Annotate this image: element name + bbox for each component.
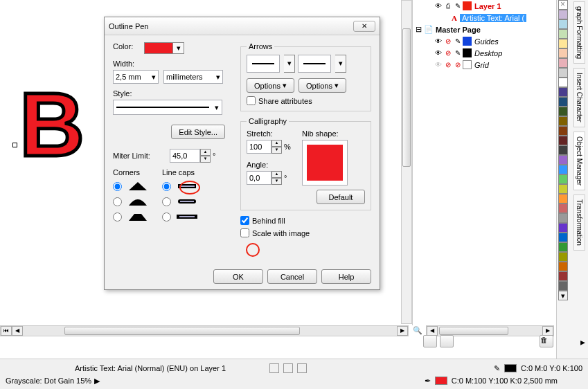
color-swatch[interactable] xyxy=(144,42,173,54)
arrow-end[interactable] xyxy=(298,55,331,73)
tab-graph-formatting[interactable]: graph Formatting xyxy=(573,1,585,64)
selection-handle[interactable] xyxy=(12,143,17,147)
new-master-button[interactable] xyxy=(440,335,454,347)
svg-marker-1 xyxy=(129,214,147,221)
width-label: Width: xyxy=(113,60,238,68)
eye-icon[interactable]: 👁 xyxy=(434,1,443,10)
share-attr-checkbox[interactable] xyxy=(247,96,256,105)
stretch-input[interactable]: ▲▼ xyxy=(247,140,282,154)
text-icon: A xyxy=(452,14,457,22)
noprint-icon[interactable]: ⊘ xyxy=(443,60,452,69)
arrow-start[interactable] xyxy=(247,55,280,73)
options-start-button[interactable]: Options ▾ xyxy=(247,78,294,93)
status-icon[interactable] xyxy=(283,363,293,373)
arrow-end-dd[interactable]: ▾ xyxy=(335,55,346,73)
help-button[interactable]: Help xyxy=(321,269,371,284)
outline-tool-icon[interactable]: ✒ xyxy=(425,377,431,386)
close-button[interactable]: ✕ xyxy=(353,21,375,32)
angle-input[interactable]: ▲▼ xyxy=(247,171,282,185)
miter-input[interactable]: ▲▼ xyxy=(170,149,211,163)
delete-button[interactable]: 🗑 xyxy=(540,335,553,347)
layer-color[interactable] xyxy=(463,60,472,69)
noprint-icon[interactable]: ⊘ xyxy=(443,37,452,46)
calligraphy-legend: Calligraphy xyxy=(247,117,289,125)
default-button[interactable]: Default xyxy=(317,190,365,204)
style-label: Style: xyxy=(113,89,238,98)
eye-icon[interactable]: 👁 xyxy=(434,37,443,46)
dialog-titlebar[interactable]: Outline Pen ✕ xyxy=(105,17,380,35)
edit-icon[interactable]: ✎ xyxy=(453,48,462,57)
outline-swatch[interactable] xyxy=(435,377,447,385)
width-input[interactable]: 2,5 mm▾ xyxy=(113,70,159,84)
outline-pen-dialog: Outline Pen ✕ Color: ▾ Width: 2,5 mm▾ mi… xyxy=(104,17,380,290)
guides-layer[interactable]: Guides xyxy=(474,37,499,46)
cap-ext-radio[interactable] xyxy=(162,212,171,221)
cap-round-radio[interactable] xyxy=(162,197,171,206)
corner-bevel-radio[interactable] xyxy=(113,212,122,221)
expand-icon[interactable]: ▶ xyxy=(94,377,100,386)
width-units[interactable]: millimeters▾ xyxy=(163,70,223,84)
layer-color[interactable] xyxy=(463,48,472,57)
edit-icon[interactable]: ✎ xyxy=(453,37,462,46)
fill-swatch[interactable] xyxy=(504,364,517,372)
tab-transformation[interactable]: Transformation xyxy=(573,194,585,251)
style-dropdown[interactable]: ▾ xyxy=(113,100,222,115)
scale-image-checkbox[interactable] xyxy=(240,228,249,237)
behind-fill-label: Behind fill xyxy=(252,217,285,225)
corner-miter-radio[interactable] xyxy=(113,182,122,191)
corner-round-icon xyxy=(127,197,148,206)
palette-right-icon[interactable]: ▸ xyxy=(580,336,585,347)
arrows-legend: Arrows xyxy=(247,42,274,51)
status-icon[interactable] xyxy=(269,363,279,373)
noedit-icon[interactable]: ⊘ xyxy=(453,60,462,69)
noprint-icon[interactable]: ⊘ xyxy=(443,48,452,57)
tab-insert-character[interactable]: Insert Character xyxy=(573,68,585,127)
master-page[interactable]: Master Page xyxy=(436,26,481,34)
collapse-icon[interactable]: ⊟ xyxy=(416,25,422,34)
print-icon[interactable]: ⎙ xyxy=(443,1,452,10)
degree-symbol: ° xyxy=(213,152,215,160)
layer-color[interactable] xyxy=(463,1,472,10)
corner-round-radio[interactable] xyxy=(113,197,122,206)
miter-label: Miter Limit: xyxy=(113,152,170,160)
grid-layer[interactable]: Grid xyxy=(474,61,489,69)
color-palette[interactable]: × ▾ xyxy=(558,0,569,300)
calligraphy-fieldset: Calligraphy Stretch: ▲▼ % Angle: ▲▼ ° xyxy=(240,117,371,210)
edit-icon[interactable]: ✎ xyxy=(453,1,462,10)
canvas-vscroll[interactable] xyxy=(401,0,412,324)
corner-bevel-icon xyxy=(127,212,148,221)
ok-button[interactable]: OK xyxy=(213,269,263,284)
page-prev-icon[interactable]: ◀ xyxy=(12,326,23,336)
behind-fill-checkbox[interactable] xyxy=(240,216,249,225)
selected-object[interactable]: Artistic Text: Arial ( xyxy=(460,14,526,22)
tab-object-manager[interactable]: Object Manager xyxy=(573,132,585,190)
zoom-icon[interactable]: 🔍 xyxy=(413,326,415,335)
eye-off-icon[interactable]: 👁 xyxy=(434,60,443,69)
fill-tool-icon[interactable]: ✎ xyxy=(494,364,500,373)
desktop-layer[interactable]: Desktop xyxy=(474,49,502,57)
angle-label: Angle: xyxy=(247,161,302,169)
nib-label: Nib shape: xyxy=(302,129,348,138)
layer-name[interactable]: Layer 1 xyxy=(474,2,501,10)
annotation-circle xyxy=(179,181,200,194)
options-end-button[interactable]: Options ▾ xyxy=(299,78,346,93)
cancel-button[interactable]: Cancel xyxy=(267,269,317,284)
nib-preview[interactable] xyxy=(302,140,348,186)
scroll-right-icon[interactable]: ▶ xyxy=(397,326,408,336)
svg-rect-7 xyxy=(179,216,195,217)
arrow-start-dd[interactable]: ▾ xyxy=(284,55,295,73)
cap-ext-icon xyxy=(177,212,197,221)
pct-symbol: % xyxy=(284,143,291,151)
edit-style-button[interactable]: Edit Style... xyxy=(171,125,225,139)
page-first-icon[interactable]: ⏮ xyxy=(1,326,12,336)
color-dropdown[interactable]: ▾ xyxy=(173,42,184,54)
new-layer-button[interactable] xyxy=(423,335,437,347)
eye-icon[interactable]: 👁 xyxy=(434,48,443,57)
outline-color-text: C:0 M:100 Y:100 K:0 2,500 mm xyxy=(452,377,558,385)
status-icon[interactable] xyxy=(297,363,307,373)
cap-flat-radio[interactable] xyxy=(162,182,171,191)
artistic-text-b[interactable]: B xyxy=(19,73,84,177)
svg-marker-0 xyxy=(129,182,147,190)
layer-color[interactable] xyxy=(463,37,472,46)
canvas-hscroll[interactable]: ⏮ ◀ ▶ xyxy=(0,325,409,336)
